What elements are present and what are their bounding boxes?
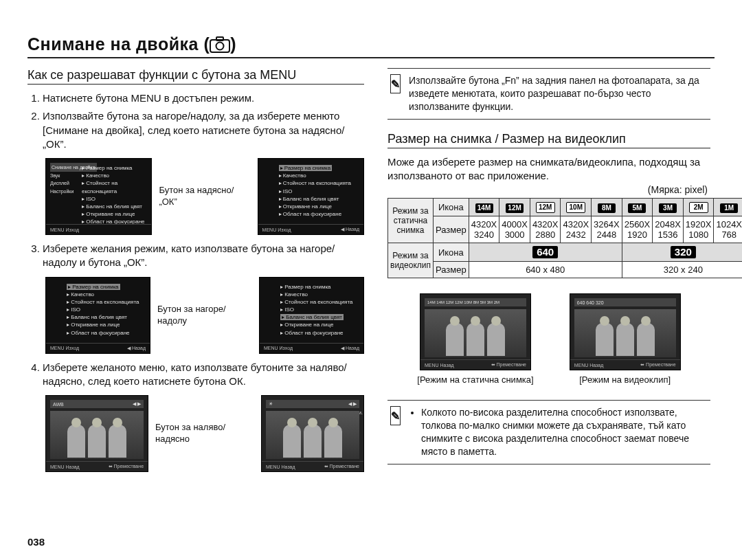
still-caption: [Режим на статична снимка]	[417, 374, 533, 385]
section-rule	[27, 84, 364, 85]
pencil-note-icon: ✎	[390, 74, 401, 93]
row-head-video: Режим за видеоклип	[388, 243, 434, 278]
svg-point-1	[216, 42, 224, 49]
note-resolution: ✎ Колкото по-висока разделителна способн…	[387, 400, 710, 464]
camera-icon	[210, 36, 230, 53]
left-heading: Как се разрешават функции с бутона за ME…	[27, 68, 364, 82]
step-4: Изберете желаното меню, като използвате …	[43, 361, 364, 389]
sub-icon: Икона	[434, 199, 469, 216]
caption-left-right: Бутон за наляво/ надясно	[155, 422, 254, 445]
pencil-note-icon-2: ✎	[390, 406, 401, 425]
note-fn-text: Използвайте бутона „Fn” на задния панел …	[409, 74, 708, 113]
page-number: 038	[27, 536, 45, 548]
right-column: ✎ Използвайте бутона „Fn” на задния пане…	[387, 68, 710, 479]
row-head-still: Режим за статична снимка	[388, 199, 434, 243]
step-1: Натиснете бутона MENU в достъпен режим.	[43, 91, 364, 105]
steps-list: Натиснете бутона MENU в достъпен режим. …	[27, 91, 364, 151]
caption-up-down: Бутон за нагоре/ надолу	[157, 304, 252, 327]
section-rule-2	[387, 148, 710, 148]
sub-size: Размер	[434, 216, 469, 243]
menu-screenshot-4: ▸ Размер на снимка ▸ Качество ▸ Стойност…	[259, 277, 364, 354]
steps-list-2: Изберете желания режим, като използвате …	[27, 242, 364, 270]
menu-screenshot-2: ▸ Размер на снимка ▸ Качество ▸ Стойност…	[258, 158, 364, 235]
right-heading: Размер на снимка / Размер на видеоклип	[387, 132, 710, 146]
unit-label: (Мярка: pixel)	[387, 184, 708, 195]
right-body: Може да изберете размер на снимката/виде…	[387, 155, 710, 183]
manual-page: Снимане на двойка ( ) Как се разрешават …	[0, 0, 742, 560]
step-3: Изберете желания режим, като използвате …	[43, 242, 364, 270]
size-table: Режим за статична снимка Икона 14M 12M 1…	[387, 198, 742, 278]
page-title: Снимане на двойка ( )	[27, 34, 715, 54]
left-column: Как се разрешават функции с бутона за ME…	[27, 68, 364, 479]
svg-rect-2	[216, 37, 223, 41]
title-rule	[27, 57, 715, 58]
screenshots-row-1: Снимане на двойка Звук Дисплей Настройки…	[45, 158, 364, 235]
title-text: Снимане на двойка (	[27, 34, 210, 54]
steps-list-3: Изберете желаното меню, като използвате …	[27, 361, 364, 389]
video-preview: 640 640 320 Размер на видеоклип Задаване…	[570, 293, 681, 370]
still-preview: 14M 14M 12M 12M 10M 8M 5M 3M 2M Размер н…	[420, 293, 531, 370]
preview-screenshot-1: AWB◀ ▶ Регулиране на цветовете при разли…	[45, 395, 148, 472]
video-caption: [Режим на видеоклип]	[579, 374, 671, 385]
preview-row: 14M 14M 12M 12M 10M 8M 5M 3M 2M Размер н…	[387, 293, 710, 385]
menu-screenshot-3: ▸ Размер на снимка ▸ Качество ▸ Стойност…	[45, 277, 150, 354]
caption-right-ok: Бутон за надясно/ „ОК”	[159, 185, 250, 208]
menu-screenshot-1: Снимане на двойка Звук Дисплей Настройки…	[45, 158, 152, 235]
note-fn: ✎ Използвайте бутона „Fn” на задния пане…	[387, 68, 710, 120]
screenshots-row-3: AWB◀ ▶ Регулиране на цветовете при разли…	[45, 395, 364, 472]
step-2: Използвайте бутона за нагоре/надолу, за …	[43, 109, 364, 151]
screenshots-row-2: ▸ Размер на снимка ▸ Качество ▸ Стойност…	[45, 277, 364, 354]
title-close: )	[230, 34, 236, 54]
preview-screenshot-2: ☀◀ ▶ Подходящо за фотографиране в ясни д…	[261, 395, 364, 472]
note-resolution-text: Колкото по-висока разделителна способнос…	[409, 406, 708, 458]
